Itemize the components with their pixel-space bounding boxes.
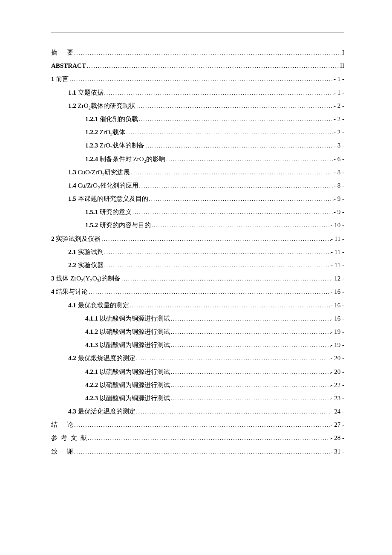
toc-leader-dots — [151, 223, 331, 228]
header-rule — [51, 32, 344, 32]
toc-entry: 4.1.3 以醋酸铜为铜源进行测试- 19 - — [51, 342, 344, 348]
toc-entry-number: 4.2.2 — [85, 382, 98, 388]
toc-entry-label: 3 载体 ZrO2(Y2O3)的制备 — [51, 275, 121, 282]
toc-entry: 1.2 ZrO2载体的研究现状- 2 - — [51, 103, 344, 109]
toc-entry-title: 摘要 — [51, 49, 73, 56]
toc-entry: 3 载体 ZrO2(Y2O3)的制备- 12 - — [51, 275, 344, 282]
toc-entry: 4.2.1 以硫酸铜为铜源进行测试- 20 - — [51, 369, 344, 375]
toc-leader-dots — [73, 422, 331, 428]
toc-entry-label: 4.1.2 以硝酸铜为铜源进行测试 — [85, 329, 170, 335]
toc-entry-title: 研究的内容与目的 — [100, 222, 151, 228]
toc-leader-dots — [87, 435, 331, 441]
toc-entry-page: - 9 - — [334, 209, 344, 215]
toc-entry-page: - 22 - — [331, 382, 345, 388]
toc-leader-dots — [170, 369, 331, 375]
toc-entry-label: 1.5 本课题的研究意义及目的 — [68, 196, 148, 202]
toc-entry-number: 1.5.2 — [85, 222, 98, 228]
toc-entry-title: ZrO2载体 — [100, 129, 125, 136]
toc-entry-page: - 2 - — [334, 103, 344, 109]
toc-entry-page: - 11 - — [331, 236, 344, 242]
toc-entry-number: 1.2.2 — [85, 129, 98, 136]
toc-leader-dots — [170, 382, 331, 388]
toc-leader-dots — [104, 263, 331, 268]
toc-entry-page: I — [342, 49, 344, 56]
toc-entry: ABSTRACTII — [51, 63, 344, 69]
toc-entry-label: 1.2.4 制备条件对 ZrO2的影响 — [85, 156, 165, 162]
toc-leader-dots — [138, 116, 334, 122]
toc-entry-page: - 27 - — [331, 422, 345, 428]
toc-entry-title: 实验仪器 — [78, 262, 104, 269]
toc-entry-label: 1.3 CuO/ZrO2研究进展 — [68, 169, 130, 176]
toc-leader-dots — [135, 103, 334, 109]
toc-entry-page: - 9 - — [334, 196, 344, 202]
toc-entry-page: - 8 - — [334, 169, 344, 176]
toc-entry: 结论- 27 - — [51, 422, 344, 428]
toc-entry: 1.2.2 ZrO2载体- 2 - — [51, 129, 344, 136]
toc-entry-number: 1.2.4 — [85, 156, 98, 162]
toc-leader-dots — [104, 90, 334, 95]
toc-entry-title: 实验试剂及仪器 — [56, 235, 101, 242]
toc-entry: 4.2.3 以醋酸铜为铜源进行测试- 23 - — [51, 395, 344, 402]
toc-entry-label: 1.2.1 催化剂的负载 — [85, 116, 138, 122]
toc-entry-number: 4.2.1 — [85, 368, 98, 375]
toc-entry-page: - 11 - — [331, 249, 344, 255]
toc-entry-label: 4.2 最优煅烧温度的测定 — [68, 355, 135, 361]
toc-entry-label: 1.5.2 研究的内容与目的 — [85, 222, 151, 228]
toc-entry-title: Cu/ZrO2催化剂的应用 — [78, 182, 138, 189]
toc-entry-number: 4.1.1 — [85, 315, 98, 322]
toc-leader-dots — [73, 449, 331, 454]
toc-entry-page: - 16 - — [331, 289, 345, 295]
toc-entry-title: 催化剂的负载 — [100, 116, 138, 122]
toc-entry: 1.5.1 研究的意义- 9 - — [51, 209, 344, 215]
toc-entry-label: 4 结果与讨论 — [51, 289, 88, 295]
toc-entry-number: 4.2 — [68, 355, 76, 361]
toc-entry: 2 实验试剂及仪器- 11 - — [51, 236, 344, 242]
toc-entry-number: 2.2 — [68, 262, 76, 269]
toc-entry-number: 1.4 — [68, 182, 76, 189]
toc-entry-title: 研究的意义 — [100, 208, 132, 215]
toc-entry-label: 结论 — [51, 422, 73, 428]
toc-entry-number: 4.2.3 — [85, 395, 98, 402]
toc-entry-page: - 3 - — [334, 142, 344, 149]
toc-entry-title: 结论 — [51, 421, 73, 428]
toc-entry-page: - 20 - — [331, 355, 345, 361]
toc-entry-page: - 28 - — [331, 435, 345, 441]
toc-leader-dots — [170, 316, 331, 321]
toc-entry: 1.2.1 催化剂的负载- 2 - — [51, 116, 344, 122]
toc-entry-page: - 1 - — [334, 90, 344, 96]
toc-entry: 2.1 实验试剂- 11 - — [51, 249, 344, 255]
toc-leader-dots — [88, 289, 330, 295]
toc-leader-dots — [130, 170, 334, 175]
toc-entry-title: 以醋酸铜为铜源进行测试 — [100, 395, 170, 402]
toc-leader-dots — [170, 396, 331, 401]
toc-entry-label: 2 实验试剂及仪器 — [51, 236, 101, 242]
toc-entry-number: 1.2 — [68, 102, 76, 109]
toc-entry-title: 参考文献 — [51, 434, 87, 441]
toc-entry-page: - 10 - — [331, 222, 345, 228]
toc-entry-label: 4.3 最优活化温度的测定 — [68, 408, 135, 415]
toc-entry-page: II — [340, 63, 344, 69]
toc-leader-dots — [101, 236, 331, 242]
toc-entry-page: - 1 - — [334, 76, 344, 82]
toc-entry-page: - 2 - — [334, 129, 344, 136]
toc-entry-title: CuO/ZrO2研究进展 — [78, 169, 130, 176]
toc-entry-number: 4 — [51, 288, 55, 295]
toc-entry-title: 最优煅烧温度的测定 — [78, 355, 135, 361]
toc-entry: 致谢- 31 - — [51, 448, 344, 455]
toc-entry-number: 1 — [51, 75, 55, 82]
toc-entry: 1.4 Cu/ZrO2催化剂的应用- 8 - — [51, 182, 344, 189]
toc-entry-page: - 11 - — [331, 262, 344, 269]
toc-entry-number: 1.5 — [68, 195, 76, 202]
toc-entry-title: 立题依据 — [78, 89, 104, 96]
toc-entry: 2.2 实验仪器- 11 - — [51, 262, 344, 269]
toc-entry: 4.1 最优负载量的测定- 16 - — [51, 302, 344, 309]
toc-entry-page: - 23 - — [331, 395, 345, 402]
toc-entry-page: - 16 - — [331, 302, 345, 309]
toc-leader-dots — [104, 249, 331, 255]
toc-entry: 1.3 CuO/ZrO2研究进展- 8 - — [51, 169, 344, 176]
toc-entry-page: - 19 - — [331, 329, 345, 335]
toc-entry-title: 以硝酸铜为铜源进行测试 — [100, 328, 170, 335]
toc-entry-label: 致谢 — [51, 448, 73, 455]
toc-entry-label: 1.2 ZrO2载体的研究现状 — [68, 103, 135, 109]
toc-entry-label: 1 前言 — [51, 76, 69, 82]
